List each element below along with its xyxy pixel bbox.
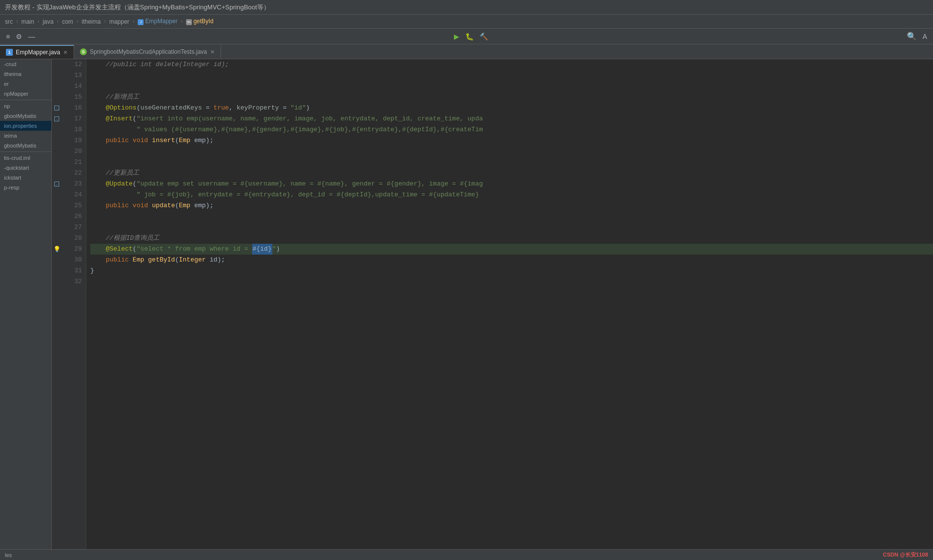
fold-icon-17[interactable]: - [54,116,59,121]
code-comment-12: //public int delete(Integer id); [90,59,229,70]
sidebar-item-npmapper[interactable]: npMapper [0,89,51,99]
ln-20: 20 [64,146,82,157]
fold-icon-16[interactable]: - [54,106,59,111]
sidebar: -crud itheima er npMapper np gbootMybati… [0,59,52,560]
ln-31: 31 [64,265,82,276]
toolbar-debug-btn[interactable]: 🐛 [463,32,476,41]
code-editor[interactable]: - - - 💡 12 13 14 15 16 17 18 [52,59,933,560]
ln-32: 32 [64,276,82,287]
code-comment-28: //根据ID查询员工 [90,233,159,244]
sidebar-item-ieima[interactable]: ieima [0,131,51,141]
code-line-14 [90,81,933,92]
code-comment-22: //更新员工 [90,168,139,179]
sidebar-item-ionproperties[interactable]: ion.properties [0,121,51,131]
line-numbers: 12 13 14 15 16 17 18 19 20 21 22 23 24 2… [62,59,86,560]
sidebar-item-quickstart[interactable]: -quickstart [0,163,51,173]
code-line-12: //public int delete(Integer id); [90,59,933,70]
sidebar-item-gbootmybatis2[interactable]: gbootMybatis [0,141,51,150]
ln-17: 17 [64,113,82,124]
code-line-19: public void insert(Emp emp); [90,135,933,146]
code-line-23: @Update("update emp set username = #{use… [90,179,933,189]
sidebar-divider-2 [0,151,51,152]
ln-24: 24 [64,189,82,200]
ln-13: 13 [64,70,82,81]
code-line-28: //根据ID查询员工 [90,233,933,244]
gutter-23[interactable]: - [52,179,62,189]
title-text: 开发教程 - 实现JavaWeb企业并发主流程（涵盖Spring+MyBatis… [5,3,270,12]
gutter-16[interactable]: - [52,103,62,113]
gutter-26 [52,211,62,222]
gutter-32 [52,276,62,287]
sidebar-item-ickstart[interactable]: ickstart [0,173,51,183]
toolbar-vcs-btn[interactable]: A [921,32,929,41]
gutter-19 [52,135,62,146]
gutter-29: 💡 [52,244,62,255]
gutter-22 [52,168,62,179]
gutter-25 [52,200,62,211]
code-lines[interactable]: //public int delete(Integer id); //新增员工 … [86,59,933,560]
gutter-14 [52,81,62,92]
code-line-20 [90,146,933,157]
ln-21: 21 [64,157,82,168]
fold-icon-23[interactable]: - [54,182,59,187]
code-line-16: @Options(useGeneratedKeys = true, keyPro… [90,103,933,113]
toolbar-back-btn[interactable]: ≡ [4,32,12,41]
gutter-28 [52,233,62,244]
status-left: les [5,552,12,558]
sidebar-item-gbootmybatis1[interactable]: gbootMybatis [0,111,51,121]
gutter-31 [52,265,62,276]
tab-spring-icon: S [80,48,87,55]
breadcrumb-src[interactable]: src [5,18,13,25]
sidebar-item-itheima[interactable]: itheima [0,69,51,79]
status-bar: les CSDN @长安1108 [0,549,933,560]
code-line-21 [90,157,933,168]
ln-23: 23 [64,179,82,189]
gutter-24 [52,189,62,200]
code-line-15: //新增员工 [90,92,933,103]
toolbar-run-btn[interactable]: ▶ [452,32,461,41]
sidebar-item-np[interactable]: np [0,101,51,111]
code-line-17: @Insert("insert into emp(username, name,… [90,113,933,124]
breadcrumb-itheima[interactable]: itheima [82,18,101,25]
breadcrumb-method-icon: m [186,19,192,25]
code-line-22: //更新员工 [90,168,933,179]
tab-springboot-tests[interactable]: S SpringbootMybatisCrudApplicationTests.… [74,45,221,59]
code-line-32 [90,276,933,287]
toolbar-build-btn[interactable]: 🔨 [478,32,490,41]
tab-empmapper-label: EmpMapper.java [16,49,60,56]
sidebar-item-presp[interactable]: p-resp [0,183,51,192]
breadcrumb-bar: src › main › java › com › itheima › mapp… [0,15,933,29]
breadcrumb-java-icon: J [138,19,144,25]
tab-empmapper[interactable]: 1 EmpMapper.java ✕ [0,45,74,59]
tab-bar: 1 EmpMapper.java ✕ S SpringbootMybatisCr… [0,44,933,59]
breadcrumb-com[interactable]: com [62,18,74,25]
tab-springboot-close[interactable]: ✕ [210,49,215,55]
breadcrumb-empmapper[interactable]: JEmpMapper [138,18,177,25]
toolbar-minimize-btn[interactable]: — [26,32,37,41]
sidebar-item-tiscrud[interactable]: tis-crud.iml [0,153,51,163]
code-line-31: } [90,265,933,276]
sidebar-item-er[interactable]: er [0,79,51,89]
gutter-17[interactable]: - [52,113,62,124]
toolbar-settings-btn[interactable]: ⚙ [14,32,24,41]
sidebar-item-crud[interactable]: -crud [0,59,51,69]
ln-19: 19 [64,135,82,146]
code-line-13 [90,70,933,81]
code-line-24: " job = #{job}, entrydate = #{entrydate}… [90,189,933,200]
breadcrumb-main[interactable]: main [21,18,34,25]
tab-java-icon: 1 [6,49,13,56]
toolbar-search-btn[interactable]: 🔍 [905,31,919,42]
ln-25: 25 [64,200,82,211]
code-line-26 [90,211,933,222]
ln-28: 28 [64,233,82,244]
csdn-badge: CSDN @长安1108 [883,551,928,559]
toolbar: ≡ ⚙ — ▶ 🐛 🔨 🔍 A [0,29,933,44]
lightbulb-icon-29[interactable]: 💡 [53,246,61,253]
tab-empmapper-close[interactable]: ✕ [63,49,68,56]
ln-22: 22 [64,168,82,179]
breadcrumb-java[interactable]: java [42,18,53,25]
ln-18: 18 [64,124,82,135]
ln-29: 29 [64,244,82,255]
breadcrumb-mapper[interactable]: mapper [109,18,129,25]
breadcrumb-getbyid[interactable]: mgetById [186,18,214,25]
